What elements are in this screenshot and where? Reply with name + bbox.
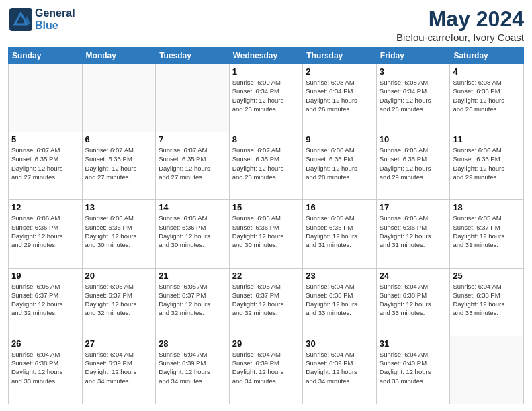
calendar-cell: 29Sunrise: 6:04 AM Sunset: 6:39 PM Dayli… xyxy=(229,336,303,404)
day-info: Sunrise: 6:08 AM Sunset: 6:34 PM Dayligh… xyxy=(380,78,447,113)
day-number: 6 xyxy=(85,134,153,144)
calendar-cell xyxy=(9,64,83,132)
day-number: 1 xyxy=(232,66,300,77)
calendar-cell: 5Sunrise: 6:07 AM Sunset: 6:35 PM Daylig… xyxy=(9,132,83,200)
calendar-cell: 13Sunrise: 6:06 AM Sunset: 6:36 PM Dayli… xyxy=(82,200,156,268)
calendar-cell: 12Sunrise: 6:06 AM Sunset: 6:36 PM Dayli… xyxy=(9,200,83,268)
day-number: 8 xyxy=(232,134,300,144)
logo-icon xyxy=(8,7,34,32)
calendar-cell: 15Sunrise: 6:05 AM Sunset: 6:36 PM Dayli… xyxy=(229,200,303,268)
day-number: 22 xyxy=(232,271,300,281)
calendar-cell: 23Sunrise: 6:04 AM Sunset: 6:38 PM Dayli… xyxy=(303,268,377,336)
day-info: Sunrise: 6:05 AM Sunset: 6:37 PM Dayligh… xyxy=(11,282,79,318)
weekday-header: Sunday xyxy=(9,48,83,64)
day-number: 2 xyxy=(306,66,373,77)
day-number: 7 xyxy=(159,134,226,144)
calendar-week-row: 1Sunrise: 6:09 AM Sunset: 6:34 PM Daylig… xyxy=(9,64,524,132)
calendar-cell: 19Sunrise: 6:05 AM Sunset: 6:37 PM Dayli… xyxy=(9,268,83,336)
day-info: Sunrise: 6:04 AM Sunset: 6:38 PM Dayligh… xyxy=(11,350,79,385)
calendar-cell: 18Sunrise: 6:05 AM Sunset: 6:37 PM Dayli… xyxy=(450,200,524,268)
day-info: Sunrise: 6:04 AM Sunset: 6:38 PM Dayligh… xyxy=(306,282,373,318)
page: General Blue May 2024 Bielou-carrefour, … xyxy=(0,0,532,411)
weekday-header: Friday xyxy=(376,48,450,64)
header: General Blue May 2024 Bielou-carrefour, … xyxy=(8,7,524,43)
day-number: 11 xyxy=(453,134,521,144)
day-info: Sunrise: 6:04 AM Sunset: 6:38 PM Dayligh… xyxy=(453,282,521,318)
calendar-week-row: 12Sunrise: 6:06 AM Sunset: 6:36 PM Dayli… xyxy=(9,200,524,268)
day-info: Sunrise: 6:05 AM Sunset: 6:37 PM Dayligh… xyxy=(232,282,300,318)
title-block: May 2024 Bielou-carrefour, Ivory Coast xyxy=(396,7,524,43)
calendar-cell xyxy=(156,64,230,132)
calendar-cell: 14Sunrise: 6:05 AM Sunset: 6:36 PM Dayli… xyxy=(156,200,230,268)
day-number: 23 xyxy=(306,271,373,281)
day-info: Sunrise: 6:07 AM Sunset: 6:35 PM Dayligh… xyxy=(11,146,79,181)
logo: General Blue xyxy=(8,7,75,32)
calendar-cell xyxy=(450,336,524,404)
calendar-cell xyxy=(82,64,156,132)
main-title: May 2024 xyxy=(396,7,524,32)
calendar-week-row: 19Sunrise: 6:05 AM Sunset: 6:37 PM Dayli… xyxy=(9,268,524,336)
logo-text-blue: Blue xyxy=(35,19,75,32)
day-number: 21 xyxy=(159,271,226,281)
calendar-cell: 16Sunrise: 6:05 AM Sunset: 6:36 PM Dayli… xyxy=(303,200,377,268)
calendar-cell: 28Sunrise: 6:04 AM Sunset: 6:39 PM Dayli… xyxy=(156,336,230,404)
day-info: Sunrise: 6:08 AM Sunset: 6:35 PM Dayligh… xyxy=(453,78,521,113)
calendar-cell: 25Sunrise: 6:04 AM Sunset: 6:38 PM Dayli… xyxy=(450,268,524,336)
day-number: 19 xyxy=(11,271,79,281)
subtitle: Bielou-carrefour, Ivory Coast xyxy=(396,32,524,43)
calendar-header-row: SundayMondayTuesdayWednesdayThursdayFrid… xyxy=(9,48,524,64)
day-info: Sunrise: 6:07 AM Sunset: 6:35 PM Dayligh… xyxy=(159,146,226,181)
weekday-header: Wednesday xyxy=(229,48,303,64)
day-number: 30 xyxy=(306,338,373,349)
day-info: Sunrise: 6:08 AM Sunset: 6:34 PM Dayligh… xyxy=(306,78,373,113)
day-info: Sunrise: 6:05 AM Sunset: 6:36 PM Dayligh… xyxy=(306,214,373,249)
day-info: Sunrise: 6:06 AM Sunset: 6:35 PM Dayligh… xyxy=(306,146,373,181)
day-info: Sunrise: 6:05 AM Sunset: 6:36 PM Dayligh… xyxy=(159,214,226,249)
day-number: 5 xyxy=(11,134,79,144)
day-number: 13 xyxy=(85,202,153,212)
calendar-cell: 9Sunrise: 6:06 AM Sunset: 6:35 PM Daylig… xyxy=(303,132,377,200)
calendar-week-row: 26Sunrise: 6:04 AM Sunset: 6:38 PM Dayli… xyxy=(9,336,524,404)
day-number: 14 xyxy=(159,202,226,212)
weekday-header: Thursday xyxy=(303,48,377,64)
day-number: 27 xyxy=(85,338,153,349)
calendar-cell: 11Sunrise: 6:06 AM Sunset: 6:35 PM Dayli… xyxy=(450,132,524,200)
calendar-cell: 22Sunrise: 6:05 AM Sunset: 6:37 PM Dayli… xyxy=(229,268,303,336)
calendar-cell: 10Sunrise: 6:06 AM Sunset: 6:35 PM Dayli… xyxy=(376,132,450,200)
calendar-cell: 31Sunrise: 6:04 AM Sunset: 6:40 PM Dayli… xyxy=(376,336,450,404)
day-number: 31 xyxy=(380,338,447,349)
calendar-table: SundayMondayTuesdayWednesdayThursdayFrid… xyxy=(8,47,524,404)
day-info: Sunrise: 6:04 AM Sunset: 6:39 PM Dayligh… xyxy=(306,350,373,385)
day-number: 12 xyxy=(11,202,79,212)
calendar-cell: 3Sunrise: 6:08 AM Sunset: 6:34 PM Daylig… xyxy=(376,64,450,132)
calendar-cell: 21Sunrise: 6:05 AM Sunset: 6:37 PM Dayli… xyxy=(156,268,230,336)
weekday-header: Saturday xyxy=(450,48,524,64)
day-info: Sunrise: 6:06 AM Sunset: 6:35 PM Dayligh… xyxy=(453,146,521,181)
day-number: 9 xyxy=(306,134,373,144)
logo-text-general: General xyxy=(35,7,75,19)
calendar-cell: 20Sunrise: 6:05 AM Sunset: 6:37 PM Dayli… xyxy=(82,268,156,336)
calendar-week-row: 5Sunrise: 6:07 AM Sunset: 6:35 PM Daylig… xyxy=(9,132,524,200)
day-info: Sunrise: 6:04 AM Sunset: 6:40 PM Dayligh… xyxy=(380,350,447,385)
day-info: Sunrise: 6:09 AM Sunset: 6:34 PM Dayligh… xyxy=(232,78,300,113)
day-number: 20 xyxy=(85,271,153,281)
calendar-cell: 26Sunrise: 6:04 AM Sunset: 6:38 PM Dayli… xyxy=(9,336,83,404)
day-number: 18 xyxy=(453,202,521,212)
day-info: Sunrise: 6:06 AM Sunset: 6:35 PM Dayligh… xyxy=(380,146,447,181)
day-info: Sunrise: 6:07 AM Sunset: 6:35 PM Dayligh… xyxy=(85,146,153,181)
day-info: Sunrise: 6:06 AM Sunset: 6:36 PM Dayligh… xyxy=(85,214,153,249)
calendar-cell: 6Sunrise: 6:07 AM Sunset: 6:35 PM Daylig… xyxy=(82,132,156,200)
calendar-cell: 27Sunrise: 6:04 AM Sunset: 6:39 PM Dayli… xyxy=(82,336,156,404)
day-number: 17 xyxy=(380,202,447,212)
calendar-cell: 4Sunrise: 6:08 AM Sunset: 6:35 PM Daylig… xyxy=(450,64,524,132)
weekday-header: Tuesday xyxy=(156,48,230,64)
day-number: 3 xyxy=(380,66,447,77)
day-number: 16 xyxy=(306,202,373,212)
day-number: 29 xyxy=(232,338,300,349)
day-number: 26 xyxy=(11,338,79,349)
calendar-cell: 1Sunrise: 6:09 AM Sunset: 6:34 PM Daylig… xyxy=(229,64,303,132)
day-info: Sunrise: 6:04 AM Sunset: 6:38 PM Dayligh… xyxy=(380,282,447,318)
day-info: Sunrise: 6:04 AM Sunset: 6:39 PM Dayligh… xyxy=(232,350,300,385)
calendar-cell: 17Sunrise: 6:05 AM Sunset: 6:36 PM Dayli… xyxy=(376,200,450,268)
day-info: Sunrise: 6:05 AM Sunset: 6:36 PM Dayligh… xyxy=(380,214,447,249)
